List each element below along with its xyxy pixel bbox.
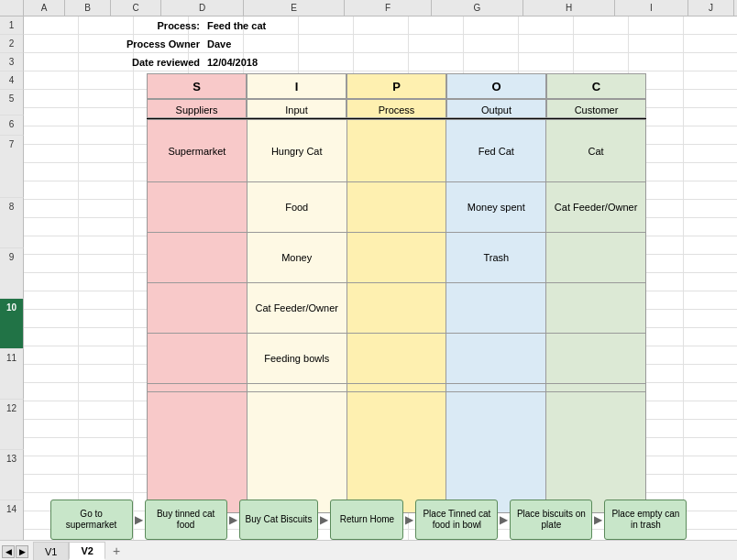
add-tab-button[interactable]: + — [105, 542, 127, 560]
arrow-1: ▶ — [135, 513, 143, 526]
sheet-tabs: ◀ ▶ V1 V2 + — [0, 540, 737, 560]
row-num-11: 11 — [0, 349, 24, 400]
row-num-4: 4 — [0, 71, 24, 90]
sipoc-p-cell-3 — [347, 233, 446, 283]
sipoc-body-col-s: Supermarket — [148, 120, 248, 512]
sipoc-header-letters: S I P O C — [147, 73, 646, 99]
tab-v1[interactable]: V1 — [33, 542, 69, 560]
sipoc-s-cell-4 — [148, 283, 247, 334]
sipoc-c-cell-2: Cat Feeder/Owner — [546, 182, 645, 233]
col-header-g: G — [432, 0, 523, 16]
process-step-4: Return Home — [330, 500, 403, 540]
arrow-6: ▶ — [594, 513, 602, 526]
sipoc-p-cell-4 — [347, 283, 446, 334]
process-step-1: Go to supermarket — [50, 500, 133, 540]
scroll-right-arrow[interactable]: ▶ — [16, 545, 28, 558]
owner-row: Process Owner Dave — [24, 35, 737, 53]
sipoc-o-cell-3: Trash — [446, 233, 545, 283]
row-num-8: 8 — [0, 198, 24, 248]
col-header-j: J — [688, 0, 734, 16]
row-num-9: 9 — [0, 248, 24, 299]
process-step-2: Buy tinned cat food — [145, 500, 227, 540]
tab-v2[interactable]: V2 — [69, 542, 104, 560]
process-flow: Go to supermarket ▶ Buy tinned cat food … — [0, 500, 737, 540]
sipoc-c-cell-5 — [546, 334, 645, 384]
sipoc-c-cell-1: Cat — [546, 120, 645, 182]
col-header-e: E — [244, 0, 345, 16]
row-num-5: 5 — [0, 90, 24, 115]
sipoc-s-cell-fill — [148, 384, 247, 392]
sipoc-body: Supermarket Hungry Cat Food Money Cat Fe… — [147, 119, 646, 513]
process-step-5: Place Tinned cat food in bowl — [415, 500, 498, 540]
process-step-6: Place biscuits on plate — [510, 500, 592, 540]
sipoc-col-i-name: Input — [247, 99, 346, 118]
sipoc-header-names: Suppliers Input Process Output Customer — [147, 99, 646, 119]
arrow-5: ▶ — [500, 513, 508, 526]
sipoc-o-cell-2: Money spent — [446, 182, 545, 233]
sipoc-s-cell-3 — [148, 233, 247, 283]
sipoc-col-s-letter: S — [147, 73, 247, 99]
col-header-i: I — [615, 0, 688, 16]
sipoc-col-s-name: Suppliers — [147, 99, 247, 118]
sipoc-i-cell-2: Food — [248, 182, 346, 233]
sipoc-o-cell-4 — [446, 283, 545, 334]
col-header-b: B — [65, 0, 111, 16]
sipoc-s-cell-5 — [148, 334, 247, 384]
sipoc-o-cell-5 — [446, 334, 545, 384]
sipoc-body-col-c: Cat Cat Feeder/Owner — [546, 120, 645, 512]
owner-label: Process Owner — [24, 38, 207, 49]
row-num-13: 13 — [0, 450, 24, 500]
sipoc-body-col-i: Hungry Cat Food Money Cat Feeder/Owner F… — [248, 120, 347, 512]
col-header-a: A — [24, 0, 65, 16]
sipoc-col-o-letter: O — [446, 73, 546, 99]
sipoc-body-col-o: Fed Cat Money spent Trash — [446, 120, 546, 512]
sipoc-c-cell-fill — [546, 384, 645, 392]
col-header-d: D — [161, 0, 244, 16]
row-num-10: 10 — [0, 299, 24, 349]
row-numbers: 1 2 3 4 5 6 7 8 9 10 11 12 13 14 — [0, 16, 24, 551]
arrow-2: ▶ — [229, 513, 237, 526]
sipoc-p-cell-2 — [347, 182, 446, 233]
sipoc-i-cell-3: Money — [248, 233, 346, 283]
arrow-3: ▶ — [320, 513, 328, 526]
row-num-3: 3 — [0, 53, 24, 71]
sipoc-i-cell-5: Feeding bowls — [248, 334, 346, 384]
process-step-3: Buy Cat Biscuits — [239, 500, 319, 540]
sipoc-table: S I P O C Suppliers Input Process Output… — [147, 73, 646, 513]
process-label: Process: — [24, 20, 207, 31]
sipoc-body-col-p — [347, 120, 447, 512]
sipoc-i-cell-4: Cat Feeder/Owner — [248, 283, 346, 334]
sipoc-i-cell-fill — [248, 384, 346, 392]
sipoc-col-p-name: Process — [346, 99, 446, 118]
sipoc-col-o-name: Output — [446, 99, 546, 118]
col-header-h: H — [523, 0, 615, 16]
sipoc-i-cell-1: Hungry Cat — [248, 120, 346, 182]
date-value: 12/04/2018 — [207, 57, 258, 68]
sipoc-o-cell-1: Fed Cat — [446, 120, 545, 182]
sipoc-col-c-letter: C — [546, 73, 646, 99]
date-row: Date reviewed 12/04/2018 — [24, 53, 737, 71]
row-num-6: 6 — [0, 115, 24, 136]
row-num-7: 7 — [0, 136, 24, 198]
tab-scroll-arrows[interactable]: ◀ ▶ — [0, 544, 30, 560]
sipoc-p-cell-fill — [347, 384, 446, 392]
column-headers: A B C D E F G H I J — [0, 0, 737, 16]
col-header-f: F — [345, 0, 432, 16]
row-num-2: 2 — [0, 35, 24, 53]
sipoc-o-cell-fill — [446, 384, 545, 392]
scroll-left-arrow[interactable]: ◀ — [2, 545, 15, 558]
sipoc-c-cell-4 — [546, 283, 645, 334]
info-section: Process: Feed the cat Process Owner Dave… — [24, 16, 737, 71]
row-num-1: 1 — [0, 16, 24, 35]
sipoc-s-cell-2 — [148, 182, 247, 233]
sipoc-p-cell-1 — [347, 120, 446, 182]
process-step-7: Place empty can in trash — [604, 500, 687, 540]
spreadsheet: A B C D E F G H I J 1 2 3 4 5 6 7 8 9 10… — [0, 0, 737, 560]
sipoc-col-c-name: Customer — [546, 99, 646, 118]
sipoc-c-cell-3 — [546, 233, 645, 283]
sipoc-s-cell-1: Supermarket — [148, 120, 247, 182]
owner-value: Dave — [207, 38, 231, 49]
sipoc-col-p-letter: P — [346, 73, 446, 99]
process-value: Feed the cat — [207, 20, 266, 31]
arrow-4: ▶ — [405, 513, 413, 526]
